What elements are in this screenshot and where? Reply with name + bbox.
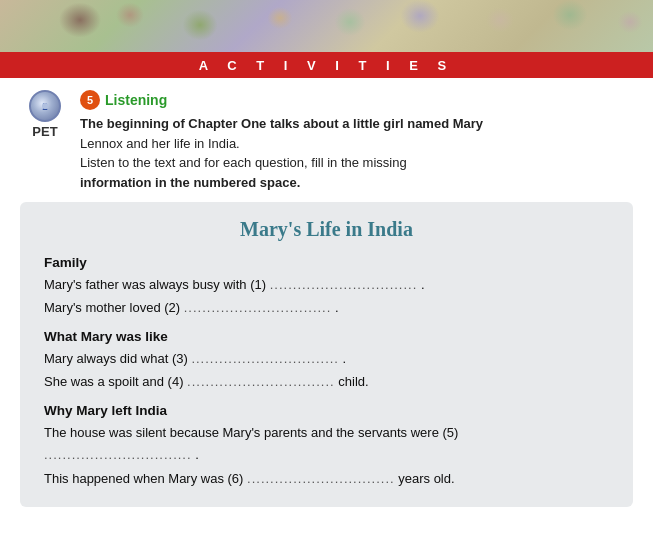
main-content: 2 PET 5 Listening The beginning of Chapt… [0, 78, 653, 519]
section-family-heading: Family [44, 255, 609, 270]
cd-number: 2 [42, 100, 48, 112]
badge-number: 5 [80, 90, 100, 110]
card-title: Mary's Life in India [44, 218, 609, 241]
section-mary-heading: What Mary was like [44, 329, 609, 344]
mary-line-1: Mary always did what (3) ...............… [44, 348, 609, 370]
activities-bar: A C T I V I T I E S [0, 52, 653, 78]
top-banner [0, 0, 653, 52]
header-row: 2 PET 5 Listening The beginning of Chapt… [20, 90, 633, 192]
listening-badge: 5 Listening [80, 90, 483, 110]
instructions-line4: information in the numbered space. [80, 175, 300, 190]
instructions-line3: Listen to the text and for each question… [80, 155, 407, 170]
listening-label: Listening [105, 92, 167, 108]
instructions-line1: The beginning of Chapter One talks about… [80, 116, 483, 131]
instructions-block: 5 Listening The beginning of Chapter One… [80, 90, 483, 192]
activity-card: Mary's Life in India Family Mary's fathe… [20, 202, 633, 507]
why-line-2: This happened when Mary was (6) ........… [44, 468, 609, 490]
why-line-1: The house was silent because Mary's pare… [44, 422, 609, 466]
section-why-heading: Why Mary left India [44, 403, 609, 418]
family-line-2: Mary's mother loved (2) ................… [44, 297, 609, 319]
pet-label: PET [32, 124, 57, 139]
family-line-1: Mary's father was always busy with (1) .… [44, 274, 609, 296]
cd-icon: 2 [29, 90, 61, 122]
activities-label: A C T I V I T I E S [199, 58, 455, 73]
mary-line-2: She was a spoilt and (4) ...............… [44, 371, 609, 393]
instructions-text: The beginning of Chapter One talks about… [80, 114, 483, 192]
icon-stack: 2 PET [20, 90, 70, 139]
instructions-line2: Lennox and her life in India. [80, 136, 240, 151]
